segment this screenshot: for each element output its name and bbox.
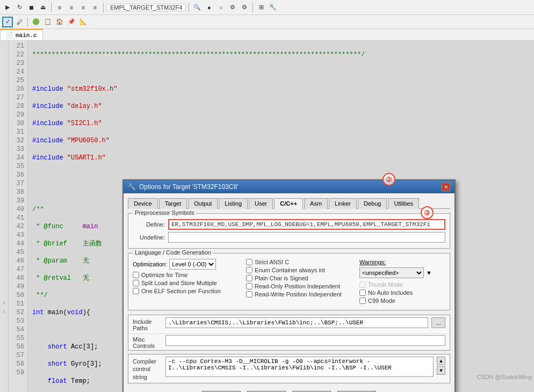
enum-container-label: Enum Container always int	[255, 267, 325, 273]
toolbar2-btn-6[interactable]: 📌	[66, 17, 77, 27]
read-only-label: Read-Only Position Independent	[255, 283, 340, 289]
compiler-section: Compilercontrolstring ▲ ▼	[128, 354, 450, 383]
optimize-time-label: Optimize for Time	[141, 272, 187, 278]
toolbar2-sep	[27, 17, 28, 27]
plain-char-row: Plain Char is Signed	[246, 275, 354, 281]
toolbar-btn-7[interactable]: ≡	[78, 2, 89, 13]
plain-char-checkbox[interactable]	[246, 275, 252, 281]
define-label: Define:	[133, 221, 165, 228]
toolbar-btn-5[interactable]: ≡	[54, 2, 65, 13]
compiler-label: Compilercontrolstring	[133, 357, 162, 381]
dialog-tabs: Device Target Output Listing User C/C++ …	[128, 198, 450, 209]
one-elf-checkbox[interactable]	[133, 288, 139, 294]
toolbar-btn-1[interactable]: ▶	[2, 2, 13, 13]
toolbar-btn-10[interactable]: ●	[204, 2, 214, 13]
toolbar2-btn-5[interactable]: 🏠	[54, 17, 65, 27]
c99-mode-checkbox[interactable]	[359, 297, 366, 304]
read-only-checkbox[interactable]	[246, 283, 252, 289]
tab-output[interactable]: Output	[188, 198, 218, 209]
strict-ansi-checkbox[interactable]	[246, 259, 252, 265]
toolbar-2: ✓ 🖊 🟢 📋 🏠 📌 📐	[0, 15, 534, 29]
strict-ansi-row: Strict ANSI C	[246, 259, 354, 265]
enum-container-row: Enum Container always int	[246, 267, 354, 273]
optimization-select[interactable]: Level 0 (-O0)	[169, 259, 216, 270]
one-elf-label: One ELF Section per Function	[141, 288, 221, 294]
no-auto-includes-checkbox[interactable]	[359, 289, 366, 296]
tab-device[interactable]: Device	[128, 198, 158, 209]
undefine-input[interactable]	[168, 232, 445, 243]
toolbar-btn-3[interactable]: ⏹	[26, 2, 37, 13]
toolbar-btn-2[interactable]: ↻	[14, 2, 25, 13]
one-elf-row: One ELF Section per Function	[133, 288, 241, 294]
compiler-textarea[interactable]	[165, 357, 434, 377]
tab-listing[interactable]: Listing	[219, 198, 248, 209]
toolbar-btn-13[interactable]: ⚙	[239, 2, 250, 13]
undefine-label: Undefine:	[133, 234, 165, 241]
toolbar-1: ▶ ↻ ⏹ ⏏ ≡ ≡ ≡ ≡ EMPL_TARGET_STM32F4 🔍 ● …	[0, 0, 534, 15]
read-write-label: Read-Write Position Independent	[255, 291, 342, 297]
dialog-title-text: Options for Target 'STM32F103C8'	[139, 183, 238, 191]
tab-debug[interactable]: Debug	[358, 198, 387, 209]
toolbar-sep-2	[103, 3, 104, 12]
warnings-select[interactable]: <unspecified>	[359, 267, 424, 278]
undefine-row: Undefine:	[133, 232, 445, 243]
annotation-3: ③	[421, 206, 434, 219]
toolbar-btn-11[interactable]: ○	[215, 2, 226, 13]
toolbar-btn-6[interactable]: ≡	[66, 2, 77, 13]
dialog-close-button[interactable]: ✕	[442, 183, 450, 191]
include-section: IncludePaths ... MiscControls	[128, 315, 450, 351]
lang-right: Warnings: <unspecified> ▼ Thumb Mode	[359, 259, 445, 306]
ide-window: ▶ ↻ ⏹ ⏏ ≡ ≡ ≡ ≡ EMPL_TARGET_STM32F4 🔍 ● …	[0, 0, 534, 392]
optimize-time-checkbox[interactable]	[133, 272, 139, 278]
toolbar2-btn-1[interactable]: ✓	[2, 17, 13, 27]
toolbar-btn-8[interactable]: ≡	[90, 2, 100, 13]
toolbar-btn-4[interactable]: ⏏	[38, 2, 48, 13]
c99-mode-row: C99 Mode	[359, 297, 445, 304]
tab-utilities[interactable]: Utilities	[388, 198, 418, 209]
toolbar-btn-15[interactable]: 🔧	[268, 2, 278, 13]
define-row: Define:	[133, 219, 445, 230]
tab-label: main.c	[16, 32, 37, 39]
define-input[interactable]	[168, 219, 445, 230]
main-content: ⚠ ⚠ 21 22 23 24 25 26 27 28 29 30 31 32 …	[0, 41, 534, 392]
thumb-mode-label: Thumb Mode	[368, 281, 403, 288]
toolbar-sep-3	[189, 3, 189, 12]
tab-user[interactable]: User	[249, 198, 273, 209]
tab-target[interactable]: Target	[159, 198, 187, 209]
preprocessor-section: Preprocessor Symbols ③ Define: Undefine:	[128, 213, 450, 249]
split-load-label: Split Load and Store Multiple	[141, 280, 217, 286]
dialog-overlay: 🔧 Options for Target 'STM32F103C8' ✕ ② D…	[0, 41, 534, 392]
toolbar2-btn-7[interactable]: 📐	[78, 17, 89, 27]
optimization-row: Optimization: Level 0 (-O0)	[133, 259, 241, 270]
toolbar-btn-14[interactable]: ⊞	[256, 2, 266, 13]
plain-char-label: Plain Char is Signed	[255, 275, 308, 281]
toolbar2-btn-4[interactable]: 📋	[42, 17, 53, 27]
enum-container-checkbox[interactable]	[246, 267, 252, 273]
tab-cc[interactable]: C/C++	[274, 198, 303, 209]
tab-asm[interactable]: Asm	[304, 198, 328, 209]
tab-linker[interactable]: Linker	[329, 198, 357, 209]
toolbar-btn-12[interactable]: ⚙	[227, 2, 238, 13]
include-paths-input[interactable]	[165, 317, 428, 328]
warnings-select-row: <unspecified> ▼	[359, 267, 445, 278]
read-write-checkbox[interactable]	[246, 291, 252, 297]
thumb-mode-checkbox	[359, 281, 366, 288]
language-section: Language / Code Generation Optimization:…	[128, 253, 450, 310]
include-browse-btn[interactable]: ...	[431, 317, 445, 328]
scroll-up-btn[interactable]: ▲	[437, 357, 445, 365]
toolbar2-btn-2[interactable]: 🖊	[14, 17, 25, 27]
misc-controls-input[interactable]	[165, 335, 445, 346]
lang-left: Optimization: Level 0 (-O0) Optimize for…	[133, 259, 241, 306]
no-auto-includes-row: No Auto Includes	[359, 289, 445, 296]
c99-mode-label: C99 Mode	[368, 297, 395, 304]
toolbar2-btn-3[interactable]: 🟢	[31, 17, 41, 27]
dialog-title-left: 🔧 Options for Target 'STM32F103C8'	[128, 183, 238, 191]
include-paths-row: IncludePaths ...	[128, 315, 450, 333]
file-tab-mainc[interactable]: 📄 main.c	[0, 29, 43, 40]
split-load-checkbox[interactable]	[133, 280, 139, 286]
toolbar-btn-9[interactable]: 🔍	[192, 2, 203, 13]
scroll-down-btn[interactable]: ▼	[437, 366, 445, 375]
toolbar-sep-4	[252, 3, 253, 12]
thumb-mode-row: Thumb Mode	[359, 281, 445, 288]
file-tabs: 📄 main.c	[0, 29, 534, 41]
